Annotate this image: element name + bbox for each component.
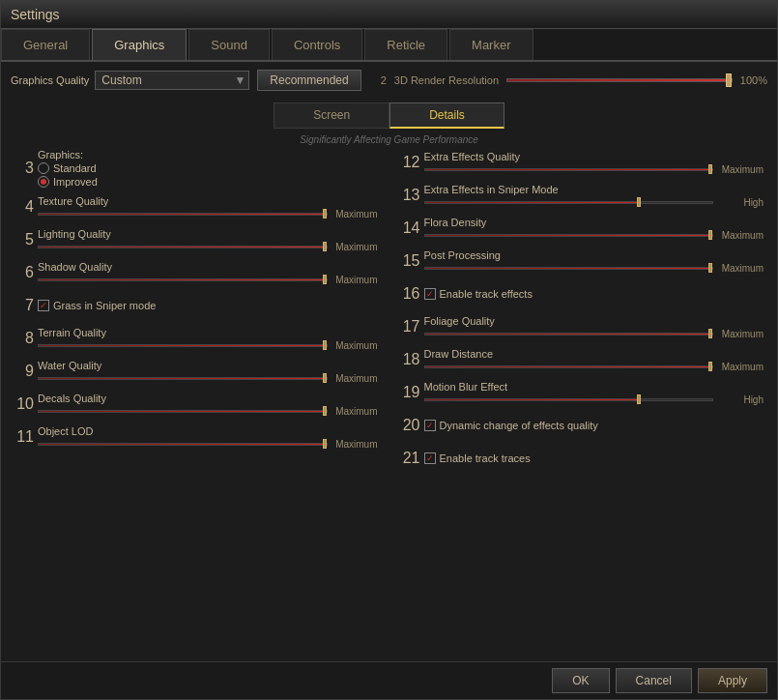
setting-content: Extra Effects in Sniper ModeHigh bbox=[424, 184, 764, 208]
slider-fill bbox=[39, 214, 327, 215]
slider-track[interactable] bbox=[38, 246, 328, 248]
setting-number: 20 bbox=[397, 417, 420, 434]
slider-fill bbox=[39, 444, 327, 445]
slider-track[interactable] bbox=[38, 377, 328, 380]
slider-track[interactable] bbox=[424, 201, 714, 204]
radio-group: StandardImproved bbox=[38, 162, 378, 188]
list-item: 20Dynamic change of effects quality bbox=[397, 412, 764, 439]
render-slider-thumb bbox=[726, 73, 732, 87]
slider-value: Maximum bbox=[331, 439, 378, 450]
quality-row: Graphics Quality Custom Low Medium High … bbox=[11, 70, 767, 91]
checkbox-row[interactable]: Enable track effects bbox=[424, 288, 764, 300]
checkbox[interactable] bbox=[424, 452, 436, 464]
tab-graphics[interactable]: Graphics bbox=[92, 29, 187, 60]
slider-thumb bbox=[323, 275, 327, 284]
setting-number: 12 bbox=[397, 154, 420, 171]
slider-thumb bbox=[637, 197, 641, 207]
slider-row: Maximum bbox=[38, 242, 378, 252]
ok-button[interactable]: OK bbox=[552, 668, 609, 693]
slider-track[interactable] bbox=[38, 410, 328, 413]
setting-name: Flora Density bbox=[424, 217, 764, 228]
footer: OK Cancel Apply bbox=[1, 661, 777, 699]
slider-track[interactable] bbox=[424, 365, 714, 368]
render-slider-track[interactable] bbox=[506, 78, 733, 82]
cancel-button[interactable]: Cancel bbox=[616, 668, 692, 693]
slider-value: High bbox=[717, 197, 764, 208]
checkbox[interactable] bbox=[424, 288, 436, 300]
radio-circle[interactable] bbox=[38, 162, 49, 174]
render-badge: 2 bbox=[381, 74, 387, 86]
tab-sound[interactable]: Sound bbox=[188, 29, 270, 60]
slider-thumb bbox=[708, 263, 712, 273]
slider-row: Maximum bbox=[38, 340, 378, 351]
sub-tab-bar: Screen Details bbox=[11, 102, 767, 129]
slider-track[interactable] bbox=[424, 267, 714, 270]
checkbox[interactable] bbox=[38, 300, 49, 311]
slider-fill bbox=[39, 247, 327, 248]
slider-value: Maximum bbox=[717, 230, 764, 241]
setting-content: Object LODMaximum bbox=[38, 425, 378, 450]
setting-number: 15 bbox=[397, 252, 420, 270]
slider-thumb bbox=[708, 164, 712, 174]
slider-row: Maximum bbox=[38, 209, 378, 219]
right-column: 12Extra Effects QualityMaximum13Extra Ef… bbox=[397, 149, 764, 661]
checkbox-row[interactable]: Enable track traces bbox=[424, 452, 764, 464]
tab-controls[interactable]: Controls bbox=[272, 29, 362, 60]
slider-track[interactable] bbox=[424, 168, 714, 171]
checkbox-row[interactable]: Dynamic change of effects quality bbox=[424, 420, 764, 431]
checkbox[interactable] bbox=[424, 420, 436, 431]
setting-name: Shadow Quality bbox=[38, 261, 378, 273]
setting-name: Post Processing bbox=[424, 249, 764, 261]
slider-value: Maximum bbox=[717, 263, 764, 274]
slider-value: Maximum bbox=[331, 209, 378, 219]
slider-track[interactable] bbox=[38, 443, 328, 446]
checkbox-row[interactable]: Grass in Sniper mode bbox=[38, 300, 378, 311]
slider-track[interactable] bbox=[424, 234, 714, 237]
sub-tab-details[interactable]: Details bbox=[389, 102, 504, 129]
setting-name: Extra Effects Quality bbox=[424, 151, 764, 162]
slider-row: Maximum bbox=[424, 329, 764, 339]
slider-row: Maximum bbox=[424, 362, 764, 372]
setting-content: Flora DensityMaximum bbox=[424, 217, 764, 241]
render-row: 2 3D Render Resolution 100% bbox=[381, 74, 767, 86]
performance-note: Significantly Affecting Game Performance bbox=[11, 134, 767, 145]
slider-track[interactable] bbox=[424, 398, 714, 401]
slider-track[interactable] bbox=[38, 213, 328, 216]
setting-name: Object LOD bbox=[38, 425, 378, 437]
quality-select[interactable]: Custom Low Medium High Maximum bbox=[95, 71, 249, 90]
slider-thumb bbox=[637, 394, 641, 404]
list-item: 13Extra Effects in Sniper ModeHigh bbox=[397, 182, 764, 209]
tab-general[interactable]: General bbox=[1, 29, 90, 60]
list-item: 14Flora DensityMaximum bbox=[397, 215, 764, 242]
tab-reticle[interactable]: Reticle bbox=[364, 29, 447, 60]
list-item: 17Foliage QualityMaximum bbox=[397, 313, 764, 340]
radio-row[interactable]: Improved bbox=[38, 176, 378, 188]
setting-number: 21 bbox=[397, 450, 420, 467]
recommended-button[interactable]: Recommended bbox=[257, 70, 360, 91]
setting-content: Foliage QualityMaximum bbox=[424, 315, 764, 339]
setting-number: 9 bbox=[11, 363, 34, 380]
setting-content: Enable track effects bbox=[424, 288, 764, 300]
list-item: 16Enable track effects bbox=[397, 280, 764, 307]
list-item: 9Water QualityMaximum bbox=[11, 358, 378, 385]
setting-content: Enable track traces bbox=[424, 452, 764, 464]
slider-track[interactable] bbox=[424, 333, 714, 335]
radio-label: Standard bbox=[53, 162, 97, 174]
tab-marker[interactable]: Marker bbox=[449, 29, 533, 60]
slider-row: High bbox=[424, 394, 764, 405]
sub-tab-screen[interactable]: Screen bbox=[274, 102, 389, 129]
setting-number: 11 bbox=[11, 428, 34, 446]
setting-name: Graphics: bbox=[38, 149, 378, 160]
slider-track[interactable] bbox=[38, 344, 328, 347]
list-item: 19Motion Blur EffectHigh bbox=[397, 379, 764, 406]
setting-number: 6 bbox=[11, 264, 34, 281]
radio-row[interactable]: Standard bbox=[38, 162, 378, 174]
render-value: 100% bbox=[740, 74, 767, 86]
apply-button[interactable]: Apply bbox=[698, 668, 767, 693]
setting-number: 10 bbox=[11, 395, 34, 413]
radio-circle[interactable] bbox=[38, 176, 49, 188]
setting-content: Motion Blur EffectHigh bbox=[424, 381, 764, 405]
slider-track[interactable] bbox=[38, 278, 328, 281]
setting-number: 5 bbox=[11, 231, 34, 248]
setting-number: 14 bbox=[397, 219, 420, 237]
